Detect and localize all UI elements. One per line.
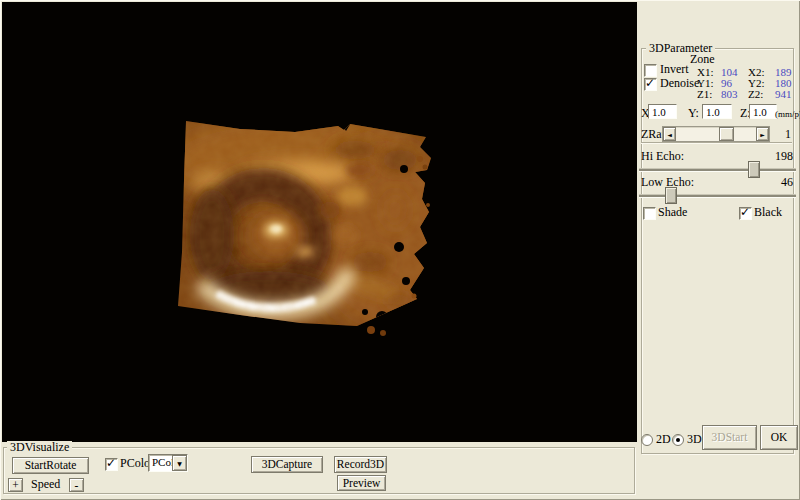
voxel-y-label: Y: xyxy=(688,107,699,119)
voxel-x-input[interactable]: 1.0 xyxy=(648,104,677,119)
denoise-label: Denoise xyxy=(660,77,699,89)
hi-echo-label: Hi Echo: xyxy=(641,150,684,162)
hi-echo-value: 198 xyxy=(760,150,793,162)
low-echo-slider-track[interactable] xyxy=(639,194,796,198)
voxel-z-input[interactable]: 1.0 xyxy=(749,104,777,119)
zrate-arrow-right-icon[interactable]: ► xyxy=(756,127,769,141)
zrate-scrollbar[interactable]: ◄ ► xyxy=(662,126,770,142)
zone-z1-label: Z1: xyxy=(697,88,712,100)
zrate-value: 1 xyxy=(785,128,791,140)
shade-label: Shade xyxy=(658,206,687,218)
start-3d-button[interactable]: 3DStart xyxy=(702,425,757,450)
invert-label: Invert xyxy=(660,63,689,75)
voxel-y-input[interactable]: 1.0 xyxy=(702,104,732,119)
chevron-down-icon[interactable]: ▼ xyxy=(172,455,187,471)
visualize-group-title: 3DVisualize xyxy=(7,441,72,453)
black-label: Black xyxy=(754,206,782,218)
zone-z2-label: Z2: xyxy=(748,88,763,100)
start-rotate-button[interactable]: StartRotate xyxy=(12,457,89,474)
record-3d-button[interactable]: Record3D xyxy=(334,456,387,473)
black-checkbox[interactable] xyxy=(739,207,752,220)
pcolor-select[interactable]: PColor ▼ xyxy=(148,454,188,472)
pcolor-checkbox[interactable] xyxy=(105,458,118,471)
hi-echo-slider-thumb[interactable] xyxy=(748,161,760,178)
zone-z2-value: 941 xyxy=(775,88,792,100)
speed-minus-button[interactable]: - xyxy=(69,478,84,492)
render-viewport[interactable] xyxy=(2,2,637,442)
preview-button[interactable]: Preview xyxy=(337,475,386,491)
speed-label: Speed xyxy=(31,478,60,490)
hi-echo-slider-track[interactable] xyxy=(639,168,796,172)
low-echo-slider-thumb[interactable] xyxy=(665,187,677,204)
zrate-scrollbar-thumb[interactable] xyxy=(719,127,734,141)
mode-3d-radio[interactable] xyxy=(672,434,684,446)
zone-z1-value: 803 xyxy=(721,88,738,100)
denoise-checkbox[interactable] xyxy=(644,78,657,91)
low-echo-value: 46 xyxy=(760,176,793,188)
capture-3d-button[interactable]: 3DCapture xyxy=(251,456,323,473)
mode-2d-radio[interactable] xyxy=(641,434,653,446)
zrate-arrow-left-icon[interactable]: ◄ xyxy=(663,127,676,141)
voxel-unit-label: (mm/p) xyxy=(775,108,800,120)
ok-button[interactable]: OK xyxy=(760,425,798,450)
separator-line xyxy=(641,142,792,144)
mode-3d-label: 3D xyxy=(687,433,702,445)
app-window: 3DParameter Invert Denoise Zone X1: 104 … xyxy=(0,0,800,500)
ultrasound-render xyxy=(2,2,637,442)
parameter-group-title: 3DParameter xyxy=(646,42,715,54)
speed-plus-button[interactable]: + xyxy=(8,478,23,492)
shade-checkbox[interactable] xyxy=(643,207,656,220)
mode-2d-label: 2D xyxy=(656,433,671,445)
